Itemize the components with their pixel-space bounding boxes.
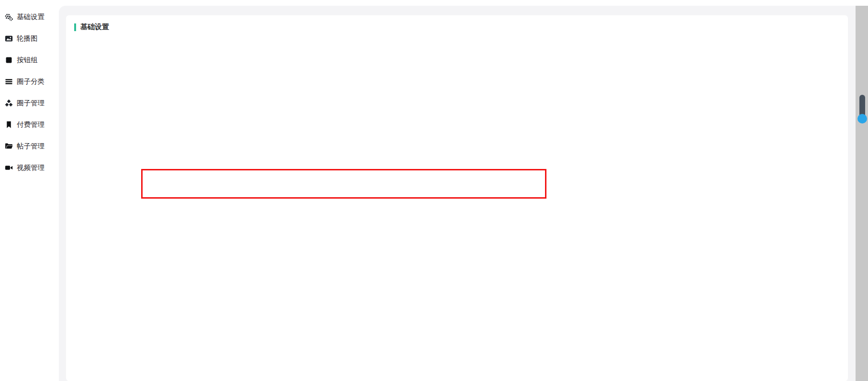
bookmark-icon xyxy=(5,121,13,129)
image-icon xyxy=(5,34,13,43)
sidebar-item-label: 基础设置 xyxy=(17,12,45,22)
sidebar-item-post-management[interactable]: 帖子管理 xyxy=(0,135,59,157)
settings-card: 基础设置 xyxy=(66,15,848,381)
app-window: 基础设置轮播图按钮组圈子分类圈子管理付费管理帖子管理视频管理 基础设置 插件开启… xyxy=(0,0,868,381)
sidebar-item-circle-category[interactable]: 圈子分类 xyxy=(0,71,59,92)
page-title: 基础设置 xyxy=(80,22,109,32)
video-icon xyxy=(5,164,13,172)
title-accent-bar xyxy=(74,23,76,31)
sidebar-item-label: 圈子分类 xyxy=(17,77,45,86)
folder-icon xyxy=(5,142,13,150)
sidebar: 基础设置轮播图按钮组圈子分类圈子管理付费管理帖子管理视频管理 xyxy=(0,0,59,381)
sidebar-item-carousel[interactable]: 轮播图 xyxy=(0,28,59,49)
sidebar-item-button-group[interactable]: 按钮组 xyxy=(0,49,59,71)
section-title: 基础设置 xyxy=(74,22,109,32)
gears-icon xyxy=(5,13,13,21)
sidebar-item-label: 按钮组 xyxy=(17,56,38,65)
scroll-indicator-dot[interactable] xyxy=(857,114,867,123)
sidebar-item-label: 帖子管理 xyxy=(17,142,45,151)
sidebar-item-video-management[interactable]: 视频管理 xyxy=(0,157,59,179)
scrollbar-track[interactable] xyxy=(856,6,868,381)
sidebar-item-label: 付费管理 xyxy=(17,120,45,129)
sidebar-item-label: 圈子管理 xyxy=(17,99,45,108)
square-icon xyxy=(5,56,13,64)
sidebar-item-label: 轮播图 xyxy=(17,34,38,43)
list-icon xyxy=(5,78,13,86)
sidebar-item-basic-settings[interactable]: 基础设置 xyxy=(0,6,59,28)
sidebar-item-circle-management[interactable]: 圈子管理 xyxy=(0,92,59,114)
sidebar-item-label: 视频管理 xyxy=(17,163,45,172)
cubes-icon xyxy=(5,99,13,107)
sidebar-item-paid-management[interactable]: 付费管理 xyxy=(0,114,59,135)
